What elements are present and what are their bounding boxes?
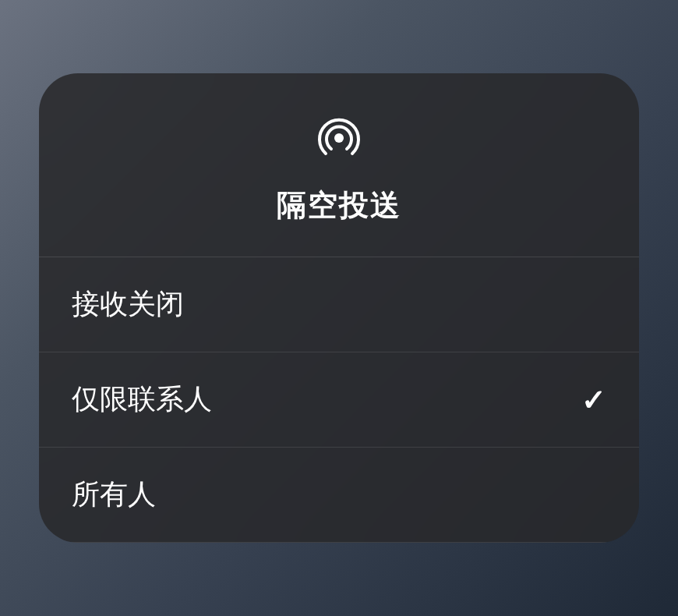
option-label: 所有人 [72,476,156,514]
airdrop-icon [315,112,363,164]
panel-header: 隔空投送 [39,73,639,257]
airdrop-panel: 隔空投送 接收关闭 仅限联系人 ✓ 所有人 [39,73,639,543]
option-contacts-only[interactable]: 仅限联系人 ✓ [39,352,639,448]
option-label: 仅限联系人 [72,381,212,419]
option-everyone[interactable]: 所有人 [39,448,639,543]
option-label: 接收关闭 [72,285,184,324]
svg-point-0 [334,133,344,143]
checkmark-icon: ✓ [581,383,606,417]
option-receiving-off[interactable]: 接收关闭 [39,257,639,352]
panel-title: 隔空投送 [277,186,401,225]
